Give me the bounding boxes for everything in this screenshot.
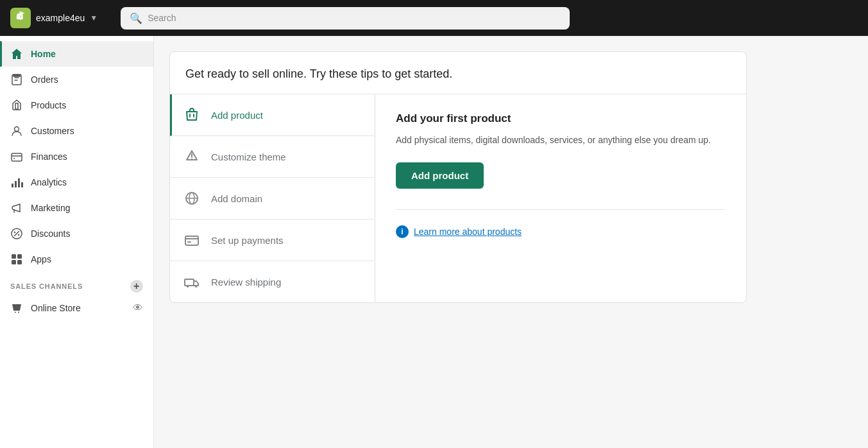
tips-card: Get ready to sell online. Try these tips… bbox=[169, 51, 747, 303]
sidebar-label-apps: Apps bbox=[31, 254, 51, 264]
info-icon: i bbox=[396, 225, 409, 238]
tip-item-customize-theme[interactable]: Customize theme bbox=[170, 136, 375, 178]
tip-label-set-up-payments: Set up payments bbox=[211, 235, 284, 246]
analytics-icon bbox=[10, 176, 23, 189]
tip-label-review-shipping: Review shipping bbox=[211, 277, 281, 288]
apps-icon bbox=[10, 253, 23, 266]
brand-chevron-icon: ▼ bbox=[90, 13, 98, 22]
svg-point-15 bbox=[18, 312, 19, 313]
main-content: Get ready to sell online. Try these tips… bbox=[154, 36, 868, 448]
tips-body: Add product Customize theme bbox=[170, 94, 746, 302]
products-icon bbox=[10, 99, 23, 112]
sidebar-item-discounts[interactable]: Discounts bbox=[0, 221, 153, 246]
add-sales-channel-button[interactable]: + bbox=[130, 280, 143, 293]
sidebar-item-apps[interactable]: Apps bbox=[0, 246, 153, 272]
sidebar-item-products[interactable]: Products bbox=[0, 92, 153, 118]
sidebar-label-discounts: Discounts bbox=[31, 228, 70, 239]
learn-more-row: i Learn more about products bbox=[396, 209, 726, 238]
learn-more-link[interactable]: Learn more about products bbox=[414, 227, 522, 237]
tip-label-add-domain: Add domain bbox=[211, 193, 262, 204]
sales-channels-label: SALES CHANNELS bbox=[10, 282, 83, 290]
tips-list: Add product Customize theme bbox=[170, 94, 375, 302]
brand-selector[interactable]: example4eu ▼ bbox=[10, 8, 98, 28]
search-bar: 🔍 bbox=[121, 7, 570, 30]
sidebar-item-orders[interactable]: Orders bbox=[0, 67, 153, 92]
tip-label-customize-theme: Customize theme bbox=[211, 151, 286, 162]
sidebar-label-marketing: Marketing bbox=[31, 203, 70, 213]
tip-item-review-shipping[interactable]: Review shipping bbox=[170, 261, 375, 302]
sidebar-item-online-store[interactable]: Online Store 👁 bbox=[0, 295, 153, 321]
svg-rect-5 bbox=[12, 184, 13, 187]
svg-rect-3 bbox=[12, 153, 22, 161]
sidebar-label-customers: Customers bbox=[31, 126, 74, 136]
svg-rect-8 bbox=[21, 182, 23, 187]
svg-rect-20 bbox=[185, 279, 194, 286]
sidebar-item-home[interactable]: Home bbox=[0, 41, 153, 67]
sidebar-label-finances: Finances bbox=[31, 151, 67, 162]
svg-rect-7 bbox=[18, 178, 20, 187]
svg-point-2 bbox=[15, 127, 19, 132]
svg-point-14 bbox=[15, 312, 16, 313]
svg-point-16 bbox=[191, 159, 192, 160]
finances-icon bbox=[10, 150, 23, 163]
sidebar-item-analytics[interactable]: Analytics bbox=[0, 169, 153, 195]
svg-point-22 bbox=[195, 286, 197, 288]
tip-label-add-product: Add product bbox=[211, 110, 263, 121]
tip-detail-panel: Add your first product Add physical item… bbox=[375, 94, 746, 302]
sidebar-label-products: Products bbox=[31, 100, 66, 110]
marketing-icon bbox=[10, 202, 23, 214]
topbar: example4eu ▼ 🔍 bbox=[0, 0, 868, 36]
svg-rect-10 bbox=[12, 254, 16, 259]
online-store-eye-icon[interactable]: 👁 bbox=[133, 302, 143, 314]
svg-point-4 bbox=[13, 158, 15, 159]
sidebar: Home Orders Products Customers bbox=[0, 36, 154, 448]
search-icon: 🔍 bbox=[130, 12, 142, 24]
sidebar-item-customers[interactable]: Customers bbox=[0, 118, 153, 144]
tip-detail-description: Add physical items, digital downloads, s… bbox=[396, 133, 726, 147]
tips-header: Get ready to sell online. Try these tips… bbox=[170, 52, 746, 94]
svg-rect-19 bbox=[185, 236, 198, 245]
orders-icon bbox=[10, 73, 23, 86]
customize-theme-icon bbox=[183, 148, 201, 166]
tip-item-add-product[interactable]: Add product bbox=[170, 94, 375, 136]
home-icon bbox=[10, 47, 23, 60]
svg-point-21 bbox=[187, 286, 189, 288]
set-up-payments-icon bbox=[183, 231, 201, 249]
search-input[interactable] bbox=[148, 13, 561, 23]
sidebar-item-finances[interactable]: Finances bbox=[0, 144, 153, 169]
add-product-cta-button[interactable]: Add product bbox=[396, 162, 484, 189]
svg-rect-12 bbox=[12, 260, 16, 264]
sales-channels-section: SALES CHANNELS + bbox=[0, 272, 153, 295]
review-shipping-icon bbox=[183, 273, 201, 291]
discounts-icon bbox=[10, 227, 23, 240]
tip-item-set-up-payments[interactable]: Set up payments bbox=[170, 220, 375, 261]
tip-item-add-domain[interactable]: Add domain bbox=[170, 178, 375, 220]
brand-name-label: example4eu bbox=[36, 13, 85, 23]
add-product-icon bbox=[183, 106, 201, 124]
customers-icon bbox=[10, 125, 23, 137]
sidebar-item-marketing[interactable]: Marketing bbox=[0, 195, 153, 221]
main-layout: Home Orders Products Customers bbox=[0, 36, 868, 448]
sidebar-label-home: Home bbox=[31, 49, 56, 59]
svg-rect-13 bbox=[17, 260, 22, 264]
sidebar-label-orders: Orders bbox=[31, 74, 58, 85]
online-store-icon bbox=[10, 302, 23, 314]
svg-rect-6 bbox=[15, 181, 17, 187]
online-store-label: Online Store bbox=[31, 303, 81, 313]
sidebar-label-analytics: Analytics bbox=[31, 177, 67, 187]
tip-detail-title: Add your first product bbox=[396, 112, 726, 125]
add-domain-icon bbox=[183, 189, 201, 207]
svg-rect-11 bbox=[17, 254, 22, 259]
shopify-logo-icon bbox=[10, 8, 31, 28]
